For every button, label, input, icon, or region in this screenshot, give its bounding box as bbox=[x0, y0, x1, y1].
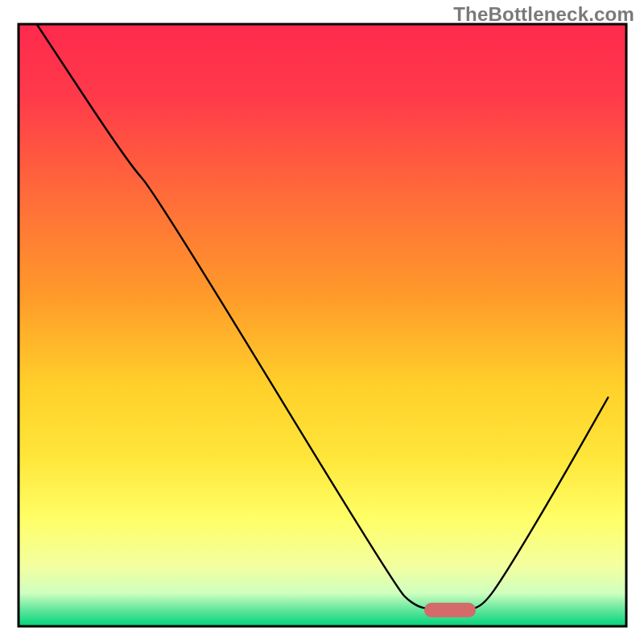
watermark-text: TheBottleneck.com bbox=[453, 3, 634, 26]
optimal-marker bbox=[424, 603, 476, 617]
gradient-background bbox=[19, 24, 626, 626]
chart-stage: TheBottleneck.com bbox=[0, 0, 644, 644]
plot-area bbox=[19, 24, 626, 626]
bottleneck-chart bbox=[0, 0, 644, 644]
